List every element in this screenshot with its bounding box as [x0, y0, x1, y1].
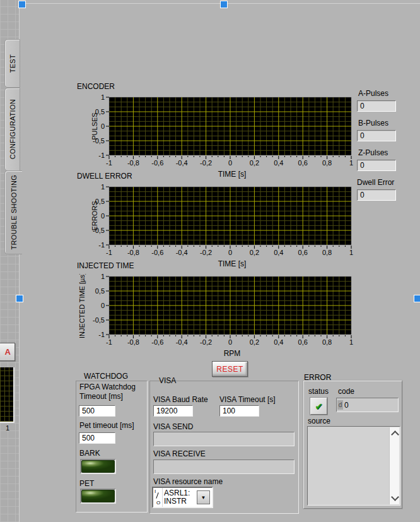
radix-indicator: d [337, 400, 343, 410]
svg-text:0: 0 [228, 249, 232, 256]
svg-text:-0,5: -0,5 [93, 137, 105, 145]
fpga-watchdog-timeout-label-line2: Timeout [ms] [79, 392, 123, 401]
svg-text:0,5: 0,5 [95, 108, 105, 116]
svg-text:0: 0 [101, 212, 105, 220]
visa-resource-combo[interactable]: I O ASRL1: INSTR ▼ [152, 487, 213, 508]
clipped-button[interactable]: A [0, 343, 15, 361]
visa-baud-rate-label: VISA Baud Rate [153, 395, 208, 404]
reset-button-label: RESET [216, 365, 243, 374]
clipped-graph-fragment [0, 367, 15, 423]
svg-text:-0,2: -0,2 [200, 249, 212, 256]
bark-led-face [81, 460, 115, 473]
bark-led-indicator [80, 459, 116, 474]
status-check-icon: ✔ [315, 401, 323, 412]
graph-plot: 10,50-0,5-1-1-0,8-0,6-0,4-0,200,20,40,60… [76, 184, 359, 271]
tab-trouble-shooting[interactable]: TROUBLE SHOOTING [4, 170, 22, 254]
encoder-graph: ENCODER 10,50-0,5-1-1-0,8-0,6-0,4-0,200,… [76, 82, 363, 183]
svg-text:-0,4: -0,4 [176, 249, 188, 256]
svg-text:1: 1 [101, 274, 105, 280]
svg-text:0,6: 0,6 [298, 249, 308, 256]
visa-receive-field[interactable] [153, 460, 295, 474]
svg-text:-0,6: -0,6 [151, 249, 163, 256]
visa-send-label: VISA SEND [153, 422, 193, 431]
tab-configuration-label: CONFIGURATION [9, 99, 16, 159]
svg-text:INJECTED TIME [µs]: INJECTED TIME [µs] [78, 274, 86, 338]
b-pulses-indicator: 0 [357, 130, 396, 141]
dwell-error-indicator: 0 [357, 189, 396, 201]
svg-text:-0,6: -0,6 [151, 338, 163, 346]
error-code-value: 0 [344, 401, 349, 410]
svg-text:0: 0 [101, 122, 105, 130]
error-group-title: ERROR [304, 373, 331, 382]
svg-text:-0,8: -0,8 [127, 338, 139, 346]
svg-text:0,8: 0,8 [322, 159, 332, 167]
error-code-label: code [338, 387, 354, 396]
source-scrollbar[interactable] [389, 427, 399, 504]
tab-test[interactable]: TEST [4, 39, 20, 88]
svg-text:-0,8: -0,8 [127, 159, 139, 167]
svg-text:0,6: 0,6 [298, 159, 308, 167]
selection-handle-top-left[interactable] [18, 1, 26, 8]
pet-led-face [81, 490, 115, 502]
svg-text:0,5: 0,5 [95, 198, 105, 205]
tab-trouble-shooting-label: TROUBLE SHOOTING [10, 175, 18, 249]
pet-led-indicator [80, 489, 116, 504]
reset-button[interactable]: RESET [212, 361, 248, 377]
selection-handle-right-mid[interactable] [414, 295, 420, 302]
svg-text:0: 0 [101, 302, 105, 309]
selection-handle-top-mid[interactable] [220, 1, 228, 8]
graph-plot: 10,50-0,5-1-1-0,8-0,6-0,4-0,200,20,40,60… [76, 274, 359, 361]
fpga-watchdog-timeout-field[interactable]: 500 [79, 405, 115, 417]
svg-text:0,5: 0,5 [95, 287, 105, 295]
svg-text:0,4: 0,4 [274, 338, 283, 346]
dwell-error-graph: DWELL ERROR 10,50-0,5-1-1-0,8-0,6-0,4-0,… [76, 172, 363, 273]
visa-resource-dropdown-button[interactable]: ▼ [197, 490, 210, 504]
svg-text:-1: -1 [98, 241, 105, 249]
visa-timeout-label: VISA Timeout [s] [219, 395, 276, 404]
svg-text:1: 1 [349, 249, 353, 256]
visa-io-icon-top: I [155, 489, 156, 494]
svg-text:0,2: 0,2 [250, 338, 259, 346]
scroll-down-icon[interactable] [391, 493, 399, 501]
clipped-button-label: A [5, 347, 11, 357]
visa-group-title: VISA [159, 376, 176, 385]
svg-text:1: 1 [101, 95, 105, 101]
encoder-graph-title: ENCODER [77, 82, 115, 91]
svg-text:PULSES: PULSES [91, 112, 98, 139]
visa-io-icon-bottom: O [156, 500, 160, 506]
selection-handle-left-mid[interactable] [16, 295, 23, 302]
tab-configuration[interactable]: CONFIGURATION [4, 88, 20, 171]
svg-text:-0,5: -0,5 [93, 316, 105, 324]
svg-text:-0,5: -0,5 [93, 227, 105, 234]
injected-time-graph-title: INJECTED TIME [77, 261, 134, 270]
visa-send-field[interactable] [153, 432, 295, 446]
svg-text:RPM: RPM [224, 349, 241, 358]
svg-text:0,2: 0,2 [250, 159, 259, 167]
svg-text:-0,4: -0,4 [176, 159, 188, 167]
visa-receive-label: VISA RECEIVE [153, 449, 206, 458]
svg-text:-1: -1 [106, 338, 112, 346]
svg-text:-1: -1 [106, 249, 112, 256]
pet-timeout-field[interactable]: 500 [79, 432, 115, 444]
b-pulses-label: B-Pulses [358, 119, 388, 128]
svg-text:-1: -1 [98, 331, 105, 338]
labview-front-panel: A 1 TEST CONFIGURATION TROUBLE SHOOTING … [0, 0, 420, 522]
svg-text:-1: -1 [98, 151, 105, 159]
svg-text:0,6: 0,6 [298, 338, 308, 346]
z-pulses-label: Z-Pulses [358, 148, 388, 157]
error-status-label: status [308, 387, 329, 396]
visa-baud-rate-field[interactable]: 19200 [153, 405, 193, 417]
svg-text:1: 1 [101, 184, 105, 191]
scroll-up-icon[interactable] [391, 430, 399, 439]
fpga-watchdog-timeout-label-line1: FPGA Watchdog [79, 383, 136, 391]
svg-text:1: 1 [349, 159, 353, 167]
error-source-indicator [307, 426, 400, 506]
visa-resource-name-label: VISA resource name [153, 477, 223, 486]
dwell-error-label: Dwell Error [357, 178, 394, 187]
visa-timeout-field[interactable]: 100 [219, 405, 259, 417]
dwell-error-graph-title: DWELL ERROR [77, 172, 132, 181]
svg-text:0,8: 0,8 [322, 249, 332, 256]
visa-resource-value-line2: INSTR [164, 497, 197, 504]
visa-resource-value: ASRL1: INSTR [164, 489, 197, 504]
clipped-graph-tick-label: 1 [6, 424, 9, 432]
